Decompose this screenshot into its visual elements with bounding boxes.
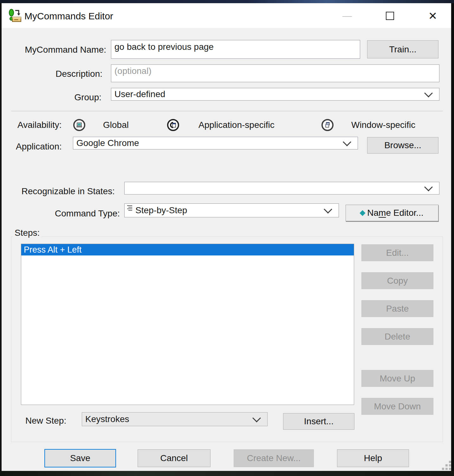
mycommands-app-icon (7, 8, 22, 23)
application-window-icon (170, 122, 177, 129)
mycommands-editor-window: MyCommands Editor — ✕ MyCommand Name: Tr… (0, 0, 454, 476)
availability-radio-global[interactable] (73, 119, 85, 131)
chevron-down-icon (424, 89, 433, 97)
move-up-button[interactable]: Move Up (361, 370, 433, 387)
new-step-dropdown[interactable]: Keystrokes (82, 412, 268, 426)
description-input[interactable] (111, 64, 439, 82)
chevron-down-icon (343, 138, 351, 146)
name-editor-label-post: e Editor... (386, 208, 423, 218)
new-step-label: New Step: (25, 416, 66, 426)
move-down-button[interactable]: Move Down (361, 398, 433, 415)
availability-global-label: Global (103, 120, 129, 130)
group-dropdown[interactable]: User-defined (111, 88, 439, 101)
paste-button[interactable]: Paste (361, 300, 433, 317)
list-icon (127, 205, 133, 210)
chevron-down-icon (424, 183, 433, 191)
create-new-button[interactable]: Create New... (234, 449, 314, 467)
availability-label: Availability: (17, 120, 62, 130)
maximize-button[interactable] (380, 8, 399, 23)
window-border-left (0, 3, 2, 472)
cancel-button[interactable]: Cancel (138, 449, 211, 467)
steps-list[interactable]: Press Alt + Left (21, 244, 354, 405)
copy-button[interactable]: Copy (361, 272, 433, 289)
mycommand-name-label: MyCommand Name: (25, 45, 106, 55)
section-divider (11, 111, 443, 111)
window-icon (325, 122, 330, 128)
window-border-right (451, 3, 454, 472)
application-value: Google Chrome (76, 138, 344, 148)
name-editor-label-mnemonic: m (379, 208, 386, 218)
mycommand-name-input[interactable] (111, 40, 360, 59)
titlebar[interactable]: MyCommands Editor — ✕ (2, 3, 451, 28)
name-editor-button[interactable]: Name Editor... (346, 205, 438, 221)
train-button[interactable]: Train... (367, 40, 438, 58)
computer-icon (76, 122, 82, 128)
availability-window-specific-label: Window-specific (351, 120, 415, 130)
description-label: Description: (55, 69, 102, 79)
chevron-down-icon (252, 414, 261, 422)
new-step-value: Keystrokes (85, 414, 254, 424)
insert-button[interactable]: Insert... (283, 413, 354, 430)
command-type-label: Command Type: (55, 208, 120, 219)
availability-application-specific-label: Application-specific (198, 120, 275, 130)
recognizable-states-label: Recognizable in States: (22, 186, 115, 196)
save-button[interactable]: Save (44, 449, 116, 467)
availability-radio-application-specific[interactable] (167, 119, 179, 131)
desktop-background-top (0, 0, 454, 3)
command-type-dropdown[interactable]: Step-by-Step (124, 203, 339, 217)
delete-button[interactable]: Delete (361, 328, 433, 345)
chevron-down-icon (324, 205, 332, 214)
edit-button[interactable]: Edit... (361, 244, 433, 261)
close-button[interactable]: ✕ (423, 8, 442, 23)
recognizable-states-dropdown[interactable] (124, 182, 439, 195)
availability-radio-window-specific[interactable] (321, 119, 334, 131)
command-type-value: Step-by-Step (135, 205, 325, 215)
help-button[interactable]: Help (337, 449, 409, 467)
application-dropdown[interactable]: Google Chrome (73, 137, 358, 149)
application-label: Application: (16, 142, 62, 152)
group-value: User-defined (114, 89, 425, 99)
steps-label: Steps: (13, 228, 42, 238)
minimize-button[interactable]: — (338, 8, 357, 23)
name-editor-label-pre: Na (367, 208, 379, 218)
teal-diamond-icon (360, 210, 366, 216)
desktop-background-bottom (0, 471, 454, 476)
group-label: Group: (74, 92, 101, 102)
maximize-icon (386, 12, 394, 20)
window-title: MyCommands Editor (24, 11, 113, 22)
step-item[interactable]: Press Alt + Left (21, 244, 354, 255)
browse-button[interactable]: Browse... (367, 137, 438, 154)
resize-grip-icon[interactable] (442, 461, 451, 470)
